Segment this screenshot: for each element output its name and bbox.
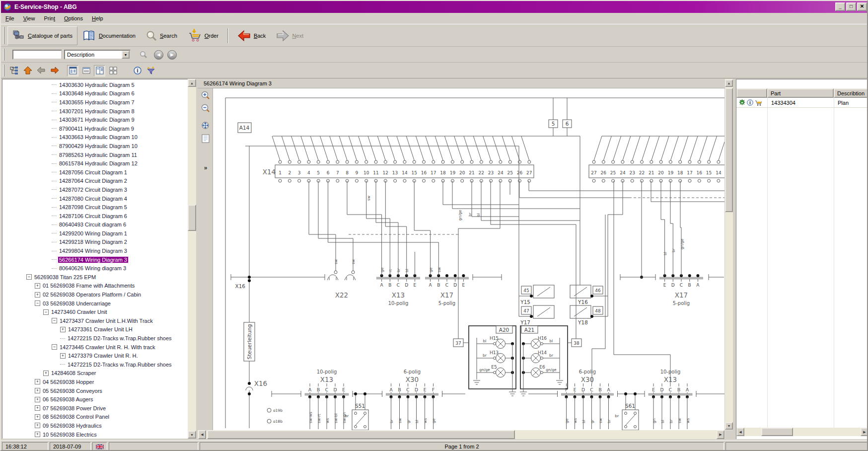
tree-item-label[interactable]: 14299804 Wiring Diagram 3 <box>58 248 128 254</box>
tree-item[interactable]: 56266174 Wiring Diagram 3 <box>2 255 188 264</box>
tree-item[interactable]: 14287098 Circuit Diagram 5 <box>2 203 188 212</box>
tree-item-label[interactable]: 14273460 Crawler Unit <box>50 309 108 315</box>
tree-item-label[interactable]: 14303648 Hydraulic Diagram 6 <box>58 90 136 96</box>
wiring-diagram-canvas[interactable]: A1456X1412345678910111213141516171819202… <box>213 88 724 430</box>
scroll-down-icon[interactable]: ▼ <box>188 431 196 439</box>
menu-view[interactable]: View <box>19 14 40 23</box>
toolbar-grip[interactable] <box>3 65 4 76</box>
tree-item-label[interactable]: 08 56269038 Control Panel <box>42 414 110 420</box>
catalogue-of-parts-button[interactable]: Catalogue of parts <box>7 26 77 45</box>
tree-item[interactable]: +02 56269038 Operators Platform / Cabin <box>2 290 188 299</box>
expand-icon[interactable]: + <box>35 388 40 393</box>
tree-item-label[interactable]: 14273437 Crawler Unit L.H.With Track <box>59 318 154 324</box>
zoom-in-icon[interactable] <box>200 89 212 101</box>
tree-item[interactable]: 14299200 Wiring Diagram 1 <box>2 229 188 238</box>
scroll-down-icon[interactable]: ▼ <box>725 422 733 430</box>
search-filter-combobox[interactable]: Description ▼ <box>64 50 131 60</box>
tree-item-label[interactable]: 80640493 Circuit diagram 6 <box>58 222 127 227</box>
tree-item[interactable]: 14303671 Hydraulic Diagram 9 <box>2 115 188 124</box>
tree-item[interactable]: 14303655 Hydraulic Diagram 7 <box>2 98 188 107</box>
expand-icon[interactable]: + <box>35 292 40 298</box>
tree-item[interactable]: 14307201 Hydraulic Diagram 8 <box>2 107 188 116</box>
tree-item-label[interactable]: 05 56269038 Conveyors <box>42 388 103 394</box>
history-back-button[interactable]: ◀ <box>154 50 163 60</box>
expand-icon[interactable]: + <box>60 353 66 359</box>
view-details-toggle[interactable] <box>67 65 78 76</box>
part-description-cell[interactable]: Plan <box>834 98 868 108</box>
minimize-button[interactable]: _ <box>835 2 845 11</box>
tree-item[interactable]: 87900429 Hydraulic Diagram 10 <box>2 142 188 150</box>
tree-item[interactable]: 80640626 Wiring diagram 3 <box>2 264 188 273</box>
scroll-up-icon[interactable]: ▲ <box>188 79 196 87</box>
collapse-panel-chevrons[interactable]: » <box>199 164 213 171</box>
tree-item[interactable]: +07 56269038 Power Drive <box>2 404 188 413</box>
tree-item[interactable]: 14272215 D2-Tracks w.Trap.Rubber shoes <box>2 334 188 343</box>
scroll-right-icon[interactable]: ▶ <box>861 428 868 436</box>
search-button[interactable]: Search <box>141 26 182 45</box>
tree-item-label[interactable]: 14272215 D2-Tracks w.Trap.Rubber shoes <box>67 362 173 368</box>
part-number-cell[interactable]: 14334304 <box>767 98 834 108</box>
tree-item[interactable]: 80615784 Hydraulic Diagram 12 <box>2 159 188 168</box>
tree-item-label[interactable]: 14303671 Hydraulic Diagram 9 <box>58 117 136 123</box>
tree-item[interactable]: 14303648 Hydraulic Diagram 6 <box>2 89 188 98</box>
chevron-down-icon[interactable]: ▼ <box>122 51 130 59</box>
collapse-icon[interactable]: − <box>52 344 57 350</box>
tree-item[interactable]: 14303663 Hydraulic Diagram 10 <box>2 133 188 142</box>
tree-item[interactable]: 14287072 Circuit Diagram 3 <box>2 185 188 194</box>
collapse-icon[interactable]: − <box>26 274 32 280</box>
tree-item-label[interactable]: 56266174 Wiring Diagram 3 <box>58 257 128 263</box>
zoom-out-icon[interactable] <box>200 102 212 114</box>
maximize-button[interactable]: □ <box>846 2 856 11</box>
menu-options[interactable]: Options <box>60 14 87 23</box>
tree-item-label[interactable]: 10 56269038 Electrics <box>42 432 98 438</box>
tree-structure-icon[interactable] <box>8 65 20 76</box>
view-list-toggle[interactable] <box>80 65 92 76</box>
tree-item[interactable]: +14273379 Crawler Unit R. H. <box>2 351 188 360</box>
run-search-icon[interactable] <box>138 49 149 61</box>
tree-item[interactable]: 14303630 Hydraulic Diagram 5 <box>2 80 188 89</box>
history-forward-button[interactable]: ▶ <box>167 50 177 60</box>
order-button[interactable]: Order <box>182 26 223 45</box>
go-home-icon[interactable] <box>22 65 33 76</box>
scroll-right-icon[interactable]: ▶ <box>717 430 724 439</box>
column-header-icons[interactable] <box>736 88 767 98</box>
tree-item[interactable]: 14287080 Circuit Diagram 4 <box>2 194 188 203</box>
partlist-hscroll-thumb[interactable] <box>761 428 793 436</box>
tree-item-label[interactable]: 14303630 Hydraulic Diagram 5 <box>58 82 136 88</box>
expand-icon[interactable]: + <box>35 423 40 428</box>
tree-item[interactable]: +14284608 Scraper <box>2 369 188 378</box>
go-next-icon[interactable] <box>49 65 60 76</box>
tree-item[interactable]: 14299218 Wiring Diagram 2 <box>2 238 188 247</box>
go-previous-icon[interactable] <box>35 65 47 76</box>
back-button[interactable]: Back <box>232 26 271 45</box>
collapse-icon[interactable]: − <box>43 309 49 315</box>
tree-scroll-thumb[interactable] <box>188 205 196 231</box>
info-icon[interactable]: i <box>747 99 753 106</box>
tree-item-label[interactable]: 14287056 Circuit Diagram 1 <box>58 169 128 175</box>
menu-file[interactable]: File <box>1 14 19 23</box>
tree-item-label[interactable]: 14284608 Scraper <box>50 370 97 376</box>
tree-item-label[interactable]: 01 56269038 Frame with Attachments <box>42 283 136 289</box>
tree-item-label[interactable]: 07 56269038 Power Drive <box>42 405 107 411</box>
filter-icon[interactable] <box>145 65 156 76</box>
tree-item[interactable]: 14287106 Circuit Diagram 6 <box>2 212 188 221</box>
tree-item-label[interactable]: 14273361 Crawler Unit LH <box>67 326 134 332</box>
partlist-hscrollbar[interactable]: ◀ ▶ <box>736 428 868 436</box>
scroll-up-icon[interactable]: ▲ <box>725 79 733 87</box>
tree-item-label[interactable]: 14299200 Wiring Diagram 1 <box>58 230 128 236</box>
close-button[interactable]: ✕ <box>857 2 867 11</box>
tree-item[interactable]: 14299804 Wiring Diagram 3 <box>2 246 188 255</box>
expand-icon[interactable]: + <box>35 432 40 437</box>
tree-item-label[interactable]: 80615784 Hydraulic Diagram 12 <box>58 160 139 166</box>
tree-item-label[interactable]: 14303655 Hydraulic Diagram 7 <box>58 99 136 105</box>
search-input[interactable] <box>12 50 62 60</box>
diagram-vscrollbar[interactable]: ▲ ▼ <box>725 79 733 430</box>
expand-icon[interactable]: + <box>60 327 66 332</box>
language-flag-icon[interactable] <box>92 442 107 451</box>
add-to-cart-icon[interactable] <box>755 99 762 106</box>
tree-item[interactable]: +08 56269038 Control Panel <box>2 413 188 422</box>
tree-scrollbar[interactable]: ▲ ▼ <box>188 79 196 439</box>
tree-item[interactable]: +05 56269038 Conveyors <box>2 386 188 395</box>
scroll-left-icon[interactable]: ◀ <box>736 428 744 436</box>
tree-item[interactable]: 87900411 Hydraulic Diagram 9 <box>2 124 188 133</box>
